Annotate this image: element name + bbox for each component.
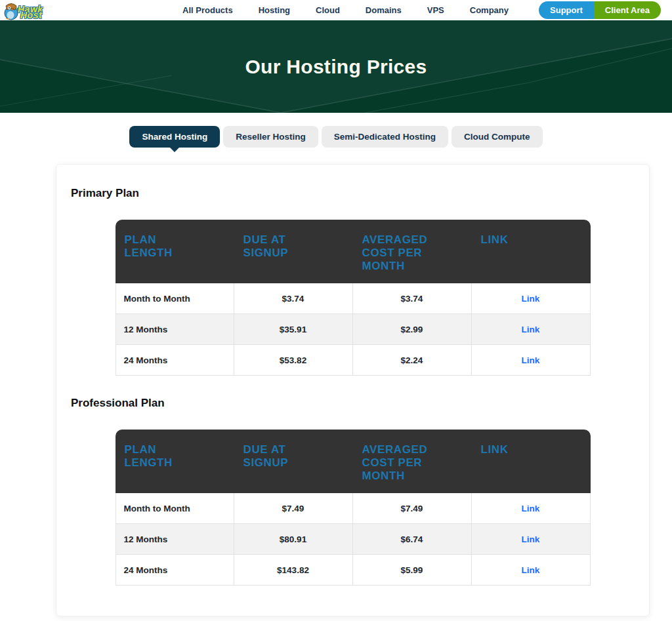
signup-price-cell: $35.91 [234,314,353,345]
plan-length-cell: Month to Month [116,493,234,524]
plan-length-cell: Month to Month [116,283,234,314]
primary-plan-table: Plan Length Due at Signup Averaged Cost … [116,220,591,376]
professional-plan-table: Plan Length Due at Signup Averaged Cost … [116,430,591,586]
link-cell: Link [472,345,591,376]
nav-item-domains[interactable]: Domains [366,5,402,15]
plan-link[interactable]: Link [522,294,540,304]
top-navigation: Hawk Host All Products Hosting Cloud Dom… [0,0,672,20]
plan-length-cell: 24 Months [116,555,234,586]
monthly-price-cell: $2.99 [353,314,472,345]
table-header-row: Plan Length Due at Signup Averaged Cost … [116,220,591,283]
monthly-price-cell: $7.49 [353,493,472,524]
col-avg-cost: Averaged Cost per Month [353,430,472,493]
plan-length-cell: 24 Months [116,345,234,376]
plan-length-cell: 12 Months [116,314,234,345]
table-row: 12 Months $80.91 $6.74 Link [116,524,591,555]
table-header-row: Plan Length Due at Signup Averaged Cost … [116,430,591,493]
table-row: Month to Month $3.74 $3.74 Link [116,283,591,314]
link-cell: Link [472,493,591,524]
col-link: Link [472,220,591,283]
plan-link[interactable]: Link [522,355,540,365]
monthly-price-cell: $6.74 [353,524,472,555]
plan-link[interactable]: Link [522,325,540,334]
plan-length-cell: 12 Months [116,524,234,555]
nav-item-vps[interactable]: VPS [427,5,444,15]
link-cell: Link [472,283,591,314]
tab-cloud-compute[interactable]: Cloud Compute [452,126,543,148]
signup-price-cell: $53.82 [234,345,353,376]
pricing-card: Primary Plan Plan Length Due at Signup A… [56,164,650,616]
link-cell: Link [472,314,591,345]
signup-price-cell: $80.91 [234,524,353,555]
monthly-price-cell: $2.24 [353,345,472,376]
tab-semi-dedicated-hosting[interactable]: Semi-Dedicated Hosting [322,126,448,148]
table-row: 24 Months $143.82 $5.99 Link [116,555,591,586]
col-plan-length: Plan Length [116,430,234,493]
nav-item-cloud[interactable]: Cloud [316,5,340,15]
primary-plan-title: Primary Plan [71,187,649,200]
table-row: 12 Months $35.91 $2.99 Link [116,314,591,345]
nav-item-all-products[interactable]: All Products [182,5,233,15]
plan-link[interactable]: Link [522,504,540,513]
nav-item-company[interactable]: Company [470,5,509,15]
link-cell: Link [472,524,591,555]
hero-banner: Our Hosting Prices [0,20,672,113]
signup-price-cell: $3.74 [234,283,353,314]
brand-wordmark: Hawk Host [18,7,43,20]
main-menu: All Products Hosting Cloud Domains VPS C… [182,5,509,15]
plan-link[interactable]: Link [522,565,540,575]
monthly-price-cell: $3.74 [353,283,472,314]
tab-reseller-hosting[interactable]: Reseller Hosting [223,126,318,148]
support-button[interactable]: Support [539,1,594,19]
professional-plan-title: Professional Plan [71,397,649,410]
table-row: 24 Months $53.82 $2.24 Link [116,345,591,376]
hosting-category-tabs: Shared Hosting Reseller Hosting Semi-Ded… [0,126,672,148]
col-avg-cost: Averaged Cost per Month [353,220,472,283]
brand-logo[interactable]: Hawk Host [2,0,43,20]
signup-price-cell: $7.49 [234,493,353,524]
col-plan-length: Plan Length [116,220,234,283]
client-area-button[interactable]: Client Area [594,1,661,19]
col-due-at-signup: Due at Signup [234,430,353,493]
page-title: Our Hosting Prices [245,56,427,78]
col-due-at-signup: Due at Signup [234,220,353,283]
link-cell: Link [472,555,591,586]
account-buttons: Support Client Area [539,1,661,19]
monthly-price-cell: $5.99 [353,555,472,586]
tab-shared-hosting[interactable]: Shared Hosting [129,126,220,148]
plan-link[interactable]: Link [522,534,540,544]
col-link: Link [472,430,591,493]
table-row: Month to Month $7.49 $7.49 Link [116,493,591,524]
nav-item-hosting[interactable]: Hosting [259,5,290,15]
signup-price-cell: $143.82 [234,555,353,586]
